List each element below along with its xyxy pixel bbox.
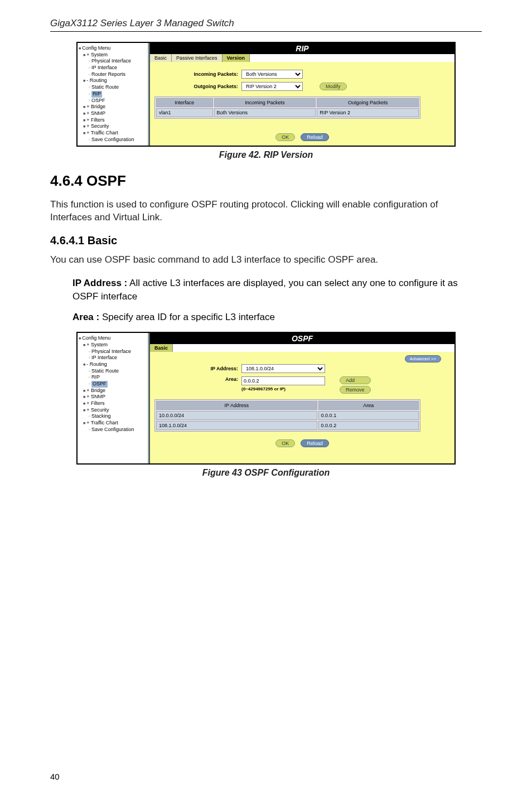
table-cell: RIP Version 2: [317, 108, 419, 117]
modify-button[interactable]: Modify: [320, 83, 347, 90]
fig43-table: IP AddressArea10.0.0.0/240.0.0.1108.1.0.…: [154, 399, 420, 432]
page-number: 40: [50, 772, 60, 781]
tree-item[interactable]: + Traffic Chart: [79, 130, 147, 137]
section-heading-4641: 4.6.4.1 Basic: [50, 234, 482, 247]
tab-basic[interactable]: Basic: [150, 344, 173, 352]
ok-button[interactable]: OK: [275, 439, 295, 447]
fig43-tabs: Basic: [150, 344, 454, 352]
table-cell: 0.0.0.2: [318, 421, 419, 430]
table-header: Outgoing Packets: [317, 98, 419, 107]
tab-version[interactable]: Version: [223, 54, 250, 62]
incoming-select[interactable]: Both Versions: [241, 70, 303, 79]
tree-item[interactable]: Static Route: [79, 84, 147, 91]
incoming-label: Incoming Packets:: [177, 71, 238, 77]
tree-item[interactable]: RIP: [79, 374, 147, 381]
tree-item[interactable]: + Security: [79, 407, 147, 414]
tree-root[interactable]: Config Menu: [79, 45, 147, 52]
ospf-area-hint: (0~4294967295 or IP): [241, 386, 325, 391]
fig42-tree: Config Menu + SystemPhysical InterfaceIP…: [78, 43, 150, 146]
section-p2: You can use OSPF basic command to add L3…: [50, 254, 482, 267]
add-button[interactable]: Add: [340, 376, 371, 384]
tree-item[interactable]: OSPF: [79, 381, 147, 388]
page-header: GigaX3112 Series Layer 3 Managed Switch: [50, 18, 482, 32]
tree-item[interactable]: - Routing: [79, 78, 147, 84]
fig43-tree: Config Menu + SystemPhysical InterfaceIP…: [78, 333, 150, 463]
tree-item[interactable]: + Bridge: [79, 388, 147, 394]
tree-item[interactable]: IP Interface: [79, 355, 147, 361]
figure-42-caption: Figure 42. RIP Version: [50, 150, 482, 160]
area-term: Area : Specify area ID for a specific L3…: [72, 311, 482, 324]
ospf-area-input[interactable]: [241, 376, 325, 385]
table-header: Incoming Packets: [214, 98, 316, 107]
table-header: Area: [318, 401, 419, 410]
figure-43-caption: Figure 43 OSPF Configuration: [50, 468, 482, 478]
tree-item[interactable]: Physical Interface: [79, 349, 147, 355]
area-label: Area :: [72, 312, 99, 322]
tree-item[interactable]: IP Interface: [79, 65, 147, 71]
fig42-table: InterfaceIncoming PacketsOutgoing Packet…: [154, 96, 420, 119]
tree-item[interactable]: Physical Interface: [79, 58, 147, 65]
table-header: Interface: [156, 98, 213, 107]
tree-item[interactable]: Save Configuration: [79, 137, 147, 143]
advanced-button[interactable]: Advanced >>: [405, 355, 441, 362]
tree-item[interactable]: + SNMP: [79, 110, 147, 117]
figure-42-screenshot: Config Menu + SystemPhysical InterfaceIP…: [76, 42, 456, 147]
tab-passive-interfaces[interactable]: Passive Interfaces: [172, 54, 223, 62]
tree-item[interactable]: + System: [79, 52, 147, 59]
area-text: Specify area ID for a specific L3 interf…: [99, 312, 275, 322]
table-cell: vlan1: [156, 108, 213, 117]
table-cell: 0.0.0.1: [318, 411, 419, 420]
tree-item[interactable]: + SNMP: [79, 394, 147, 400]
tree-item[interactable]: + Filters: [79, 117, 147, 124]
tree-item[interactable]: + Filters: [79, 400, 147, 407]
ip-address-label: IP Address :: [72, 278, 127, 288]
table-cell: 108.1.0.0/24: [156, 421, 317, 430]
tree-item[interactable]: + Traffic Chart: [79, 420, 147, 427]
product-name: GigaX3112 Series Layer 3 Managed Switch: [50, 18, 234, 28]
table-row[interactable]: 108.1.0.0/240.0.0.2: [156, 421, 419, 430]
ospf-ip-label: IP Address:: [177, 366, 238, 371]
reload-button[interactable]: Reload: [301, 133, 329, 141]
table-cell: 10.0.0.0/24: [156, 411, 317, 420]
tree-item[interactable]: Stacking: [79, 413, 147, 420]
tree-item[interactable]: Router Reports: [79, 71, 147, 78]
ip-address-text: All active L3 interfaces are displayed, …: [72, 278, 458, 302]
reload-button[interactable]: Reload: [301, 439, 329, 447]
fig43-title: OSPF: [150, 333, 454, 344]
ospf-area-label: Area:: [177, 376, 238, 382]
tree-item[interactable]: OSPF: [79, 98, 147, 104]
ip-address-term: IP Address : All active L3 interfaces ar…: [72, 277, 482, 303]
table-cell: Both Versions: [214, 108, 316, 117]
table-row[interactable]: 10.0.0.0/240.0.0.1: [156, 411, 419, 420]
table-row[interactable]: vlan1Both VersionsRIP Version 2: [156, 108, 419, 117]
section-heading-464: 4.6.4 OSPF: [50, 172, 482, 190]
remove-button[interactable]: Remove: [340, 386, 371, 394]
ospf-ip-select[interactable]: 108.1.0.0/24: [241, 364, 325, 373]
tree-item[interactable]: + Security: [79, 123, 147, 130]
ok-button[interactable]: OK: [275, 133, 295, 141]
section-p1: This function is used to configure OSPF …: [50, 199, 482, 224]
table-header: IP Address: [156, 401, 317, 410]
fig42-title: RIP: [150, 43, 454, 54]
tree-item[interactable]: + System: [79, 342, 147, 349]
outgoing-select[interactable]: RIP Version 2: [241, 82, 303, 91]
tree-item[interactable]: Static Route: [79, 368, 147, 375]
tree-item[interactable]: + Bridge: [79, 104, 147, 110]
tab-basic[interactable]: Basic: [150, 54, 172, 62]
fig42-tabs: BasicPassive InterfacesVersion: [150, 54, 454, 62]
tree-item[interactable]: - Routing: [79, 361, 147, 368]
figure-43-screenshot: Config Menu + SystemPhysical InterfaceIP…: [76, 332, 456, 465]
tree-item[interactable]: RIP: [79, 91, 147, 98]
outgoing-label: Outgoing Packets:: [177, 84, 238, 89]
tree-root[interactable]: Config Menu: [79, 335, 147, 342]
tree-item[interactable]: Save Configuration: [79, 427, 147, 433]
